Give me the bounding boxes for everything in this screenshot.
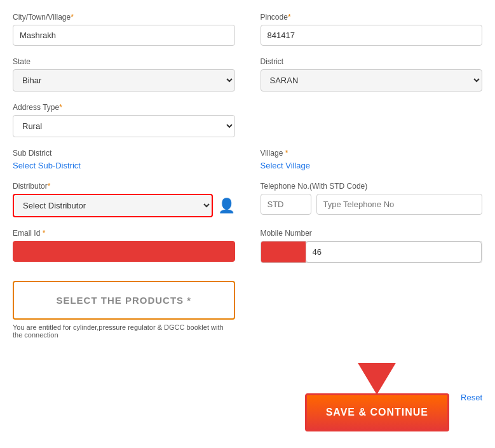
pincode-label: Pincode* [261, 13, 483, 22]
village-link[interactable]: Select Village [261, 161, 483, 170]
district-select[interactable]: SARAN [261, 69, 483, 92]
entitled-text: You are entitled for cylinder,pressure r… [13, 323, 235, 339]
village-label: Village * [261, 149, 483, 158]
reset-link[interactable]: Reset [461, 393, 482, 402]
email-group: Email Id * [13, 229, 235, 263]
std-input[interactable] [261, 194, 311, 215]
mobile-prefix [261, 241, 306, 262]
pincode-input[interactable] [261, 25, 483, 46]
address-type-select[interactable]: Rural [13, 115, 235, 137]
state-label: State [13, 57, 235, 66]
distributor-select[interactable]: Select Distributor [13, 194, 213, 217]
arrow-btn-wrap: SAVE & CONTINUE [305, 363, 449, 431]
city-group: City/Town/Village* [13, 13, 235, 46]
select-products-button[interactable]: SELECT THE PRODUCTS * [13, 281, 235, 320]
sub-district-link[interactable]: Select Sub-District [13, 161, 235, 170]
distributor-row: Select Distributor 👤 [13, 194, 235, 217]
save-row: SAVE & CONTINUE Reset [13, 363, 482, 431]
distributor-group: Distributor* Select Distributor 👤 [13, 182, 235, 217]
save-continue-button[interactable]: SAVE & CONTINUE [305, 393, 449, 431]
mobile-input-wrap [261, 241, 483, 263]
mobile-label: Mobile Number [261, 229, 483, 238]
city-label: City/Town/Village* [13, 13, 235, 22]
state-select[interactable]: Bihar [13, 69, 235, 92]
products-right-spacer [261, 275, 483, 339]
telephone-group: Telephone No.(With STD Code) [261, 182, 483, 217]
district-group: District SARAN [261, 57, 483, 92]
mobile-suffix-input[interactable] [306, 241, 482, 262]
person-icon[interactable]: 👤 [218, 198, 235, 214]
sub-district-group: Sub District Select Sub-District [13, 149, 235, 170]
email-label: Email Id * [13, 229, 235, 238]
village-group: Village * Select Village [261, 149, 483, 170]
state-group: State Bihar [13, 57, 235, 92]
products-section: SELECT THE PRODUCTS * You are entitled f… [13, 281, 235, 339]
district-label: District [261, 57, 483, 66]
sub-district-label: Sub District [13, 149, 235, 158]
address-type-group: Address Type* Rural [13, 103, 235, 137]
arrow-down-icon [358, 363, 396, 395]
telephone-row [261, 194, 483, 215]
mobile-group: Mobile Number [261, 229, 483, 263]
distributor-select-wrap: Select Distributor [13, 194, 213, 217]
pincode-group: Pincode* [261, 13, 483, 46]
telephone-label: Telephone No.(With STD Code) [261, 182, 483, 191]
email-input[interactable] [13, 241, 235, 262]
telephone-input[interactable] [316, 194, 483, 215]
empty-spacer [261, 103, 483, 137]
distributor-label: Distributor* [13, 182, 235, 191]
city-input[interactable] [13, 25, 235, 46]
address-type-label: Address Type* [13, 103, 235, 112]
